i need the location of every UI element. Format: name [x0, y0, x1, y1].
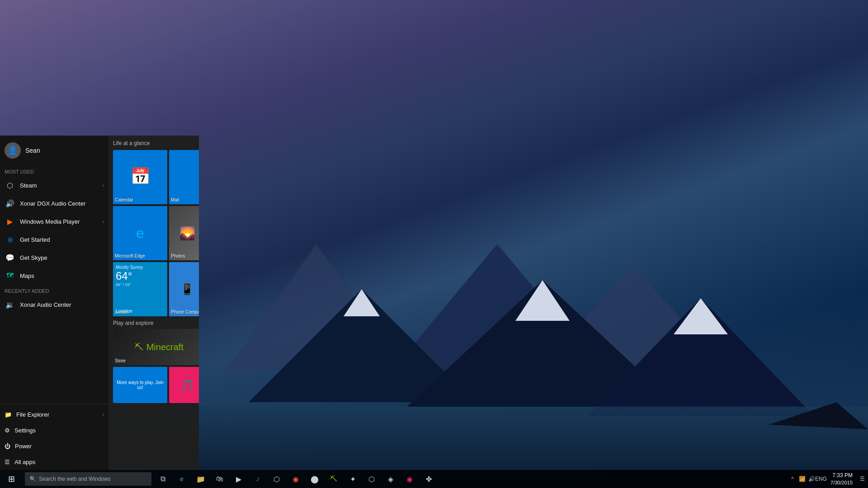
- maps-label: Maps: [20, 272, 34, 279]
- app14-icon: ✤: [426, 475, 432, 483]
- all-apps-label: All apps: [14, 459, 35, 465]
- taskbar-app9[interactable]: ⛏: [325, 470, 343, 488]
- app12-icon: ◈: [388, 475, 393, 483]
- app9-icon: ⛏: [330, 475, 337, 483]
- maps-icon: 🗺: [5, 270, 15, 281]
- all-apps-button[interactable]: ☰ All apps: [0, 454, 108, 470]
- clock-date: 7/30/2015: [830, 479, 853, 486]
- wmp-icon: ▶: [5, 216, 15, 227]
- taskbar-app6[interactable]: ⬡: [268, 470, 286, 488]
- clock[interactable]: 7:33 PM 7/30/2015: [827, 471, 856, 487]
- app10-icon: ✦: [350, 475, 356, 483]
- clock-time: 7:33 PM: [830, 472, 853, 479]
- sidebar-item-xonar[interactable]: 🔊 Xonar DGX Audio Center: [0, 194, 108, 212]
- sidebar-item-steam[interactable]: ⬡ Steam ›: [0, 176, 108, 194]
- tile-more[interactable]: More ways to play. Join us!: [113, 367, 167, 403]
- app8-icon: ⬤: [311, 475, 319, 483]
- user-section[interactable]: 👤 Sean: [0, 136, 108, 165]
- taskbar-media[interactable]: ▶: [230, 470, 248, 488]
- settings-button[interactable]: ⚙ Settings: [0, 422, 108, 438]
- svg-marker-8: [674, 298, 728, 334]
- play-explore-label: Play and explore: [113, 318, 199, 327]
- app13-icon: ◉: [406, 475, 413, 483]
- weather-temp: 64°: [116, 270, 132, 282]
- user-name: Sean: [25, 147, 40, 154]
- wmp-label: Windows Media Player: [20, 218, 80, 225]
- tray-network[interactable]: 📶: [798, 475, 806, 483]
- app7-icon: ◉: [292, 475, 299, 483]
- taskbar-file-explorer[interactable]: 📁: [192, 470, 210, 488]
- tile-photos[interactable]: 🌄 Photos: [169, 206, 199, 260]
- taskbar-icons: ⧉ e 📁 🛍 ▶ ♪ ⬡ ◉ ⬤ ⛏ ✦: [154, 470, 438, 488]
- tray-volume[interactable]: 🔊: [808, 475, 815, 483]
- taskbar-app7[interactable]: ◉: [287, 470, 305, 488]
- tray-language[interactable]: ENG: [817, 475, 825, 483]
- edge-label: Microsoft Edge: [115, 253, 145, 258]
- system-tray: ^ 📶 🔊 ENG 7:33 PM 7/30/2015 ☰: [789, 471, 868, 487]
- taskbar-app13[interactable]: ◉: [401, 470, 419, 488]
- start-button[interactable]: ⊞: [0, 470, 23, 488]
- taskbar-search-icon: 🔍: [29, 476, 36, 482]
- sidebar-item-maps[interactable]: 🗺 Maps: [0, 267, 108, 285]
- file-explorer-taskbar-icon: 📁: [196, 475, 205, 483]
- most-used-label: Most used: [0, 165, 108, 176]
- taskbar-task-view[interactable]: ⧉: [154, 470, 172, 488]
- file-explorer-button[interactable]: 📁 File Explorer ›: [0, 407, 108, 422]
- taskbar: ⊞ 🔍 Search the web and Windows ⧉ e 📁 🛍 ▶…: [0, 470, 868, 488]
- store-taskbar-icon: 🛍: [216, 475, 223, 483]
- language-label: ENG: [815, 476, 827, 482]
- avatar-icon: 👤: [8, 145, 18, 155]
- steam-arrow: ›: [103, 183, 104, 188]
- xonar-audio-icon: 🔉: [5, 299, 15, 310]
- taskbar-edge[interactable]: e: [173, 470, 191, 488]
- weather-city-label: London: [115, 310, 128, 314]
- start-menu: 👤 Sean Most used ⬡ Steam › 🔊 Xonar DGX A…: [0, 136, 199, 470]
- windows-logo-icon: ⊞: [8, 474, 15, 484]
- taskbar-app11[interactable]: ⬡: [363, 470, 381, 488]
- taskbar-app12[interactable]: ◈: [382, 470, 400, 488]
- tile-groove[interactable]: 🎵: [169, 367, 199, 403]
- file-explorer-arrow: ›: [103, 412, 104, 417]
- tile-weather[interactable]: Mostly Sunny 64° 66° / 55° London London: [113, 262, 167, 316]
- sidebar-item-xonar-audio[interactable]: 🔉 Xonar Audio Center: [0, 296, 108, 314]
- file-explorer-icon: 📁: [5, 411, 12, 418]
- tile-calendar[interactable]: 📅 Calendar: [113, 150, 167, 204]
- weather-condition: Mostly Sunny: [116, 265, 143, 270]
- settings-label: Settings: [14, 427, 36, 434]
- tile-store[interactable]: ⛏ Minecraft Store: [113, 329, 199, 365]
- avatar: 👤: [5, 142, 21, 159]
- photos-label: Photos: [171, 253, 185, 258]
- taskbar-spotify[interactable]: ♪: [249, 470, 267, 488]
- taskbar-app8[interactable]: ⬤: [306, 470, 324, 488]
- photos-icon: 🌄: [179, 226, 195, 241]
- media-taskbar-icon: ▶: [236, 475, 241, 483]
- sidebar-item-get-started[interactable]: ⊕ Get Started: [0, 230, 108, 249]
- sidebar-item-skype[interactable]: 💬 Get Skype: [0, 249, 108, 267]
- sidebar-item-wmp[interactable]: ▶ Windows Media Player ›: [0, 212, 108, 230]
- xonar-icon: 🔊: [5, 198, 15, 209]
- get-started-label: Get Started: [20, 236, 50, 243]
- weather-highlow: 66° / 55°: [116, 282, 132, 287]
- taskbar-app14[interactable]: ✤: [420, 470, 438, 488]
- edge-icon: e: [136, 225, 144, 242]
- tile-edge[interactable]: e Microsoft Edge: [113, 206, 167, 260]
- tray-chevron[interactable]: ^: [789, 475, 796, 483]
- taskbar-store[interactable]: 🛍: [211, 470, 229, 488]
- wmp-arrow: ›: [103, 219, 104, 224]
- power-icon: ⏻: [5, 443, 10, 450]
- settings-icon: ⚙: [5, 427, 10, 434]
- tile-phone[interactable]: 📱 Phone Compa...: [169, 262, 199, 316]
- store-label: Store: [115, 358, 126, 363]
- xonar-label: Xonar DGX Audio Center: [20, 200, 85, 207]
- taskbar-app10[interactable]: ✦: [344, 470, 362, 488]
- more-ways-label: More ways to play. Join us!: [115, 380, 165, 390]
- skype-icon: 💬: [5, 252, 15, 263]
- spotify-taskbar-icon: ♪: [256, 475, 259, 483]
- bottom-menu: 📁 File Explorer › ⚙ Settings ⏻ Power ☰ A…: [0, 402, 108, 470]
- right-panel: Life at a glance 📅 Calendar ✉ Mail e Mic…: [108, 136, 199, 470]
- tray-action-center[interactable]: ☰: [859, 475, 866, 483]
- store-icon: ⛏ Minecraft: [135, 342, 184, 352]
- power-button[interactable]: ⏻ Power: [0, 438, 108, 454]
- taskbar-search[interactable]: 🔍 Search the web and Windows: [25, 472, 151, 486]
- tile-mail[interactable]: ✉ Mail: [169, 150, 199, 204]
